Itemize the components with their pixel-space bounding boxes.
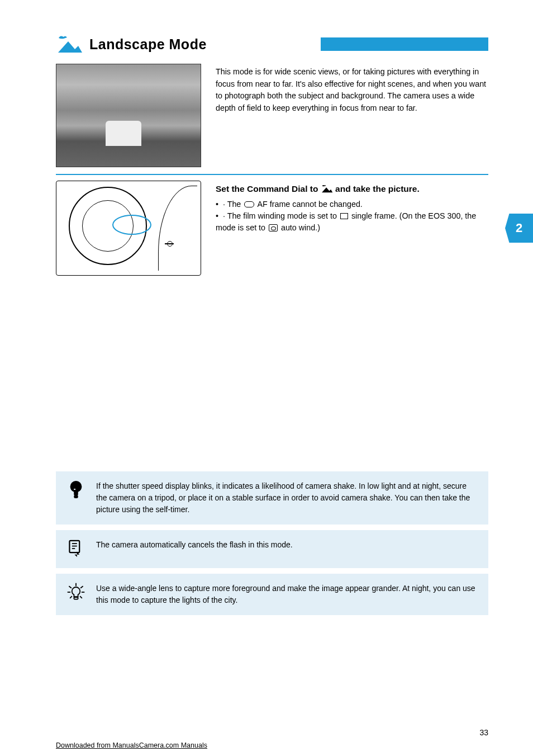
chapter-tab-number: 2: [516, 219, 522, 237]
warning-icon: [66, 479, 86, 500]
tip-note: Use a wide-angle lens to capture more fo…: [56, 574, 488, 615]
command-dial-illustration: [56, 181, 201, 276]
svg-rect-1: [69, 541, 79, 552]
svg-line-11: [80, 596, 82, 598]
intro-text: This mode is for wide scenic views, or f…: [216, 64, 488, 167]
page-header: Landscape Mode: [56, 34, 488, 55]
landscape-mode-icon: [321, 184, 333, 193]
landscape-icon: [56, 34, 83, 55]
svg-line-7: [80, 586, 83, 588]
intro-block: This mode is for wide scenic views, or f…: [56, 64, 488, 167]
source-link[interactable]: Downloaded from ManualsCamera.com Manual…: [56, 740, 207, 750]
step-text: Set the Command Dial to and take the pic…: [216, 181, 488, 276]
step-row: Set the Command Dial to and take the pic…: [56, 181, 488, 276]
sample-photo: [56, 64, 201, 167]
tip-text: Use a wide-angle lens to capture more fo…: [96, 582, 478, 606]
info-icon: [66, 538, 86, 559]
page-number: 33: [479, 727, 488, 738]
tip-icon: [66, 582, 86, 603]
header-accent-bar: [321, 37, 488, 51]
single-frame-icon: [340, 213, 348, 219]
warning-text: If the shutter speed display blinks, it …: [96, 479, 478, 516]
step-title-pre: Set the Command Dial to: [216, 184, 321, 193]
warning-note: If the shutter speed display blinks, it …: [56, 471, 488, 525]
svg-rect-0: [74, 495, 78, 498]
bullet-af: · The AF frame cannot be changed.: [216, 199, 488, 210]
step-bullets: · The AF frame cannot be changed. · The …: [216, 199, 488, 233]
auto-wind-icon: [269, 224, 278, 231]
page-title: Landscape Mode: [89, 34, 312, 54]
svg-rect-12: [74, 597, 78, 599]
info-text: The camera automatically cancels the fla…: [96, 538, 293, 551]
chapter-tab: 2: [505, 214, 533, 243]
info-note: The camera automatically cancels the fla…: [56, 530, 488, 568]
step-title: Set the Command Dial to and take the pic…: [216, 183, 488, 195]
section-divider: [56, 174, 488, 175]
af-frame-icon: [244, 201, 254, 207]
bullet-drive: · The film winding mode is set to single…: [216, 210, 488, 233]
svg-line-10: [70, 596, 72, 598]
step-title-post: and take the picture.: [335, 184, 420, 193]
svg-line-6: [69, 586, 72, 588]
